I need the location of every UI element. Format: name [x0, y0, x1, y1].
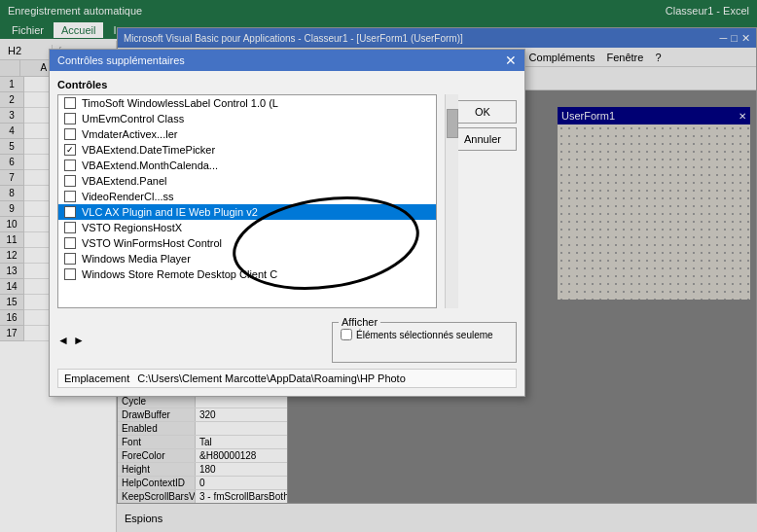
checkbox-9[interactable]	[64, 237, 76, 249]
control-label-7: VLC AX Plugin and IE Web Plugin v2	[82, 206, 258, 218]
checkbox-6[interactable]	[64, 191, 76, 202]
checkbox-5[interactable]	[64, 175, 76, 187]
afficher-row: Éléments sélectionnés seuleme	[341, 329, 508, 340]
control-item-10[interactable]: Windows Media Player	[58, 251, 436, 266]
controls-scrollbar[interactable]	[445, 94, 458, 308]
control-label-9: VSTO WinFormsHost Control	[82, 237, 222, 249]
controls-list: TimoSoft WindowlessLabel Control 1.0 (L …	[57, 94, 437, 308]
checkbox-7[interactable]	[64, 206, 76, 218]
control-label-0: TimoSoft WindowlessLabel Control 1.0 (L	[82, 97, 278, 109]
afficher-box: Afficher Éléments sélectionnés seuleme	[332, 322, 517, 363]
control-label-2: VmdaterActivex...ler	[82, 128, 177, 140]
dialog-title-text: Contrôles supplémentaires	[57, 54, 185, 66]
control-label-11: Windows Store Remote Desktop Client C	[82, 268, 277, 280]
dialog-buttons: OK Annuler	[449, 100, 517, 151]
scrollbar-thumb[interactable]	[447, 109, 458, 138]
control-label-1: UmEvmControl Class	[82, 113, 184, 124]
control-item-11[interactable]: Windows Store Remote Desktop Client C	[58, 266, 436, 282]
emplacement-label: Emplacement	[64, 372, 129, 384]
checkbox-3[interactable]	[64, 144, 76, 156]
scroll-right-icon[interactable]: ►	[73, 334, 85, 347]
annuler-button[interactable]: Annuler	[449, 127, 517, 151]
control-item-9[interactable]: VSTO WinFormsHost Control	[58, 235, 436, 251]
controls-label: Contrôles	[57, 79, 517, 90]
control-label-3: VBAExtend.DateTimePicker	[82, 144, 215, 156]
control-item-6[interactable]: VideoRenderCl...ss	[58, 189, 436, 204]
control-item-7[interactable]: VLC AX Plugin and IE Web Plugin v2	[58, 204, 436, 220]
checkbox-2[interactable]	[64, 128, 76, 140]
controls-dialog: Contrôles supplémentaires ✕ Contrôles OK…	[49, 49, 525, 397]
dialog-close-btn[interactable]: ✕	[505, 53, 517, 68]
control-label-5: VBAExtend.Panel	[82, 175, 166, 187]
control-item-2[interactable]: VmdaterActivex...ler	[58, 126, 436, 142]
control-item-3[interactable]: VBAExtend.DateTimePicker	[58, 142, 436, 158]
control-label-6: VideoRenderCl...ss	[82, 191, 174, 202]
control-label-10: Windows Media Player	[82, 253, 191, 265]
dialog-title-bar: Contrôles supplémentaires ✕	[50, 50, 524, 71]
checkbox-0[interactable]	[64, 97, 76, 109]
checkbox-1[interactable]	[64, 113, 76, 124]
control-item-0[interactable]: TimoSoft WindowlessLabel Control 1.0 (L	[58, 95, 436, 111]
control-item-8[interactable]: VSTO RegionsHostX	[58, 220, 436, 235]
control-label-4: VBAExtend.MonthCalenda...	[82, 160, 218, 171]
emplacement-path: C:\Users\Clement Marcotte\AppData\Roamin…	[137, 372, 406, 384]
control-item-4[interactable]: VBAExtend.MonthCalenda...	[58, 158, 436, 173]
ok-button[interactable]: OK	[449, 100, 517, 124]
checkbox-11[interactable]	[64, 268, 76, 280]
dialog-overlay: Contrôles supplémentaires ✕ Contrôles OK…	[0, 0, 757, 532]
checkbox-8[interactable]	[64, 222, 76, 233]
afficher-checkbox[interactable]	[341, 329, 352, 340]
control-item-5[interactable]: VBAExtend.Panel	[58, 173, 436, 189]
control-label-8: VSTO RegionsHostX	[82, 222, 182, 233]
checkbox-4[interactable]	[64, 160, 76, 171]
emplacement-bar: Emplacement C:\Users\Clement Marcotte\Ap…	[57, 369, 517, 388]
afficher-text: Éléments sélectionnés seuleme	[356, 330, 493, 340]
scroll-row: ◄ ► Afficher Éléments sélectionnés seule…	[57, 318, 517, 363]
control-item-1[interactable]: UmEvmControl Class	[58, 111, 436, 126]
scroll-left-icon[interactable]: ◄	[57, 334, 69, 347]
afficher-label: Afficher	[339, 316, 380, 328]
dialog-body: Contrôles OK Annuler TimoSoft Windowless…	[50, 71, 524, 396]
checkbox-10[interactable]	[64, 253, 76, 265]
